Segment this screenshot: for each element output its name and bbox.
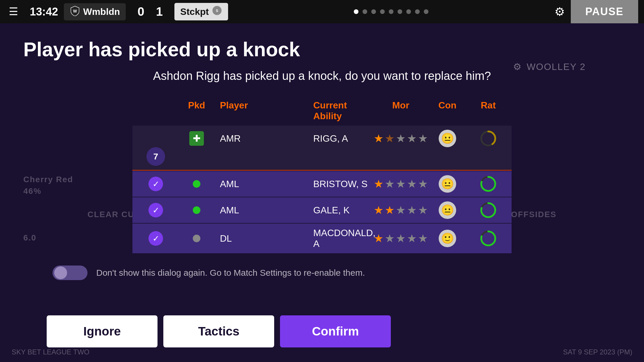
star-2: ★ bbox=[385, 204, 395, 217]
row2-ability: ★ ★ ★ ★ ★ bbox=[377, 178, 424, 190]
home-team-name: Wmbldn bbox=[83, 6, 120, 17]
score-display: 0 1 bbox=[132, 5, 169, 19]
condition-ring bbox=[480, 201, 497, 219]
star-2: ★ bbox=[385, 232, 395, 245]
row1-pkd: ✚ bbox=[173, 131, 220, 146]
topbar: ☰ 13:42 W Wmbldn 0 1 Stckpt S ⚙ PAUSE bbox=[0, 0, 644, 23]
menu-button[interactable]: ☰ bbox=[6, 3, 21, 21]
stars-display: ★ ★ ★ ★ ★ bbox=[374, 232, 428, 245]
home-team: W Wmbldn bbox=[64, 3, 126, 20]
row2-select[interactable]: ✓ bbox=[138, 177, 173, 191]
row3-select[interactable]: ✓ bbox=[138, 203, 173, 217]
dialog-subtitle: Ashdon Rigg has picked up a knock, do yo… bbox=[23, 69, 621, 82]
svg-text:S: S bbox=[216, 9, 218, 13]
toggle-knob bbox=[54, 266, 67, 279]
select-checkbox[interactable]: ✓ bbox=[148, 177, 163, 191]
score-home: 0 bbox=[137, 5, 144, 19]
score-away: 1 bbox=[156, 5, 163, 19]
settings-icon[interactable]: ⚙ bbox=[554, 5, 565, 18]
row3-pkd bbox=[173, 206, 220, 214]
table-row[interactable]: ✚ AMR RIGG, A ★ ★ ★ ★ ★ 😐 bbox=[132, 126, 512, 171]
morale-face: 😐 bbox=[439, 175, 456, 193]
availability-dot bbox=[193, 180, 200, 188]
condition-ring bbox=[480, 175, 497, 193]
star-3: ★ bbox=[396, 132, 406, 145]
injured-icon: ✚ bbox=[189, 131, 204, 146]
table-header: Pkd Player Current Ability Mor Con Rat bbox=[132, 97, 512, 124]
row2-position: AML bbox=[220, 179, 313, 189]
row2-pkd bbox=[173, 180, 220, 188]
morale-face: 😐 bbox=[439, 130, 456, 147]
header-ability: Current Ability bbox=[313, 100, 377, 122]
row1-morale: 😐 bbox=[424, 130, 471, 147]
row3-ability: ★ ★ ★ ★ ★ bbox=[377, 204, 424, 217]
pause-button[interactable]: PAUSE bbox=[571, 0, 638, 23]
availability-dot bbox=[193, 206, 200, 214]
player-table: Pkd Player Current Ability Mor Con Rat ✚… bbox=[132, 97, 512, 254]
dot-8 bbox=[415, 9, 420, 14]
match-time: 13:42 bbox=[30, 6, 58, 18]
select-checkbox[interactable]: ✓ bbox=[148, 203, 163, 217]
select-checkbox[interactable]: ✓ bbox=[148, 231, 163, 246]
header-mor: Mor bbox=[377, 100, 424, 122]
ignore-button[interactable]: Ignore bbox=[47, 315, 158, 347]
row3-morale: 😐 bbox=[424, 201, 471, 219]
dot-6 bbox=[398, 9, 402, 14]
star-4: ★ bbox=[407, 132, 417, 145]
rating-badge: 7 bbox=[146, 147, 165, 166]
row3-condition bbox=[471, 201, 506, 219]
condition-ring bbox=[480, 230, 497, 247]
row4-pkd bbox=[173, 235, 220, 242]
row1-position: AMR bbox=[220, 133, 313, 144]
star-4: ★ bbox=[407, 204, 417, 217]
header-empty bbox=[138, 100, 173, 122]
row4-condition bbox=[471, 230, 506, 247]
table-row[interactable]: ✓ AML GALE, K ★ ★ ★ ★ ★ 😐 bbox=[132, 197, 512, 223]
row4-position: DL bbox=[220, 233, 313, 244]
star-3: ★ bbox=[396, 178, 406, 190]
dot-9 bbox=[424, 9, 428, 14]
toggle-label: Don't show this dialog again. Go to Matc… bbox=[96, 268, 592, 278]
action-buttons: Ignore Tactics Confirm bbox=[23, 310, 621, 353]
morale-face: 🙂 bbox=[439, 230, 456, 247]
dot-1 bbox=[354, 9, 358, 14]
table-row[interactable]: ✓ DL MACDONALD, A ★ ★ ★ ★ ★ 🙂 bbox=[132, 224, 512, 253]
dialog-title: Player has picked up a knock bbox=[23, 38, 621, 61]
morale-face: 😐 bbox=[439, 201, 456, 219]
away-team: Stckpt S bbox=[174, 3, 228, 20]
dot-7 bbox=[406, 9, 411, 14]
row4-ability: ★ ★ ★ ★ ★ bbox=[377, 232, 424, 245]
stars-display: ★ ★ ★ ★ ★ bbox=[374, 178, 428, 190]
header-con: Con bbox=[424, 100, 471, 122]
dot-3 bbox=[371, 9, 376, 14]
row3-position: AML bbox=[220, 205, 313, 216]
dialog-toggle[interactable] bbox=[52, 266, 88, 280]
row4-name: MACDONALD, A bbox=[313, 228, 377, 249]
row2-condition bbox=[471, 175, 506, 193]
away-team-badge: S bbox=[212, 5, 222, 18]
availability-dot bbox=[193, 235, 200, 242]
row4-morale: 🙂 bbox=[424, 230, 471, 247]
row2-morale: 😐 bbox=[424, 175, 471, 193]
star-1: ★ bbox=[374, 132, 384, 145]
page-dots bbox=[234, 9, 549, 14]
svg-text:W: W bbox=[73, 9, 77, 13]
row1-rating: 7 bbox=[138, 147, 173, 166]
star-4: ★ bbox=[407, 178, 417, 190]
dot-4 bbox=[380, 9, 385, 14]
player-injury-dialog: Player has picked up a knock Ashdon Rigg… bbox=[0, 23, 644, 362]
row2-name: BRISTOW, S bbox=[313, 179, 377, 189]
row1-ability: ★ ★ ★ ★ ★ bbox=[377, 132, 424, 145]
home-team-shield: W bbox=[70, 6, 80, 18]
star-1: ★ bbox=[374, 232, 384, 245]
row4-select[interactable]: ✓ bbox=[138, 231, 173, 246]
condition-ring bbox=[480, 130, 497, 147]
tactics-button[interactable]: Tactics bbox=[163, 315, 274, 347]
row1-condition bbox=[471, 130, 506, 147]
row3-name: GALE, K bbox=[313, 205, 377, 216]
star-3: ★ bbox=[396, 232, 406, 245]
away-team-name: Stckpt bbox=[180, 6, 209, 17]
table-row[interactable]: ✓ AML BRISTOW, S ★ ★ ★ ★ ★ 😐 bbox=[132, 171, 512, 197]
star-1: ★ bbox=[374, 204, 384, 217]
confirm-button[interactable]: Confirm bbox=[280, 315, 391, 347]
